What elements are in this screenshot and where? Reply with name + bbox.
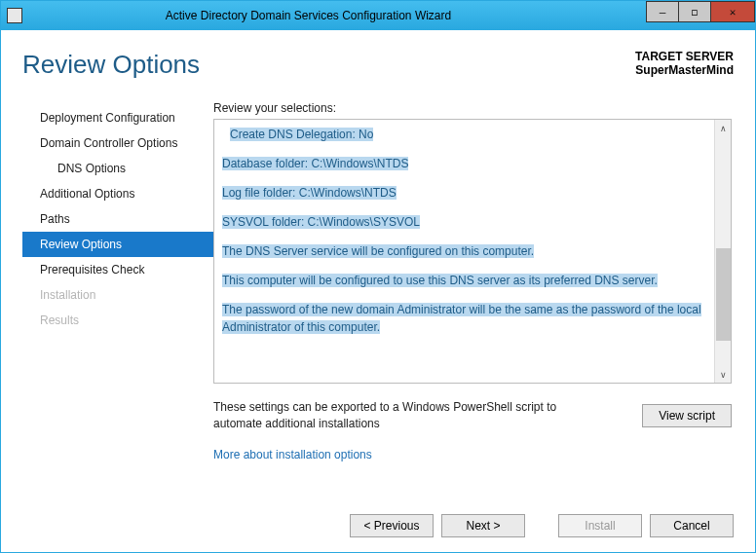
window-title: Active Directory Domain Services Configu… — [28, 9, 647, 22]
sidebar-item-dns-options[interactable]: DNS Options — [22, 156, 213, 181]
review-line: The password of the new domain Administr… — [222, 303, 701, 334]
export-row: These settings can be exported to a Wind… — [213, 399, 732, 432]
previous-button[interactable]: < Previous — [350, 514, 434, 537]
header-row: Review Options TARGET SERVER SuperMaster… — [22, 50, 734, 80]
window-controls: — ◻ ✕ — [647, 1, 755, 30]
sidebar: Deployment Configuration Domain Controll… — [22, 101, 213, 499]
review-line: Create DNS Delegation: No — [230, 128, 373, 141]
review-line: Log file folder: C:\Windows\NTDS — [222, 186, 397, 200]
scroll-down-icon[interactable]: ∨ — [715, 366, 731, 383]
close-button[interactable]: ✕ — [710, 1, 755, 22]
sidebar-item-installation: Installation — [22, 282, 213, 308]
review-line: The DNS Server service will be configure… — [222, 244, 534, 258]
review-selections-label: Review your selections: — [213, 101, 732, 115]
review-line: SYSVOL folder: C:\Windows\SYSVOL — [222, 215, 420, 229]
body-area: Review Options TARGET SERVER SuperMaster… — [1, 30, 755, 499]
more-about-link[interactable]: More about installation options — [213, 448, 732, 461]
footer: < Previous Next > Install Cancel — [1, 499, 755, 552]
sidebar-item-deployment-configuration[interactable]: Deployment Configuration — [22, 105, 213, 130]
view-script-button[interactable]: View script — [642, 404, 732, 427]
target-server-label: TARGET SERVER — [635, 50, 734, 63]
sidebar-item-domain-controller-options[interactable]: Domain Controller Options — [22, 130, 213, 156]
export-text: These settings can be exported to a Wind… — [213, 399, 584, 432]
cancel-button[interactable]: Cancel — [650, 514, 734, 537]
review-line: This computer will be configured to use … — [222, 274, 658, 287]
sidebar-item-paths[interactable]: Paths — [22, 206, 213, 232]
target-server-name: SuperMasterMind — [635, 63, 734, 77]
scroll-up-icon[interactable]: ∧ — [715, 120, 731, 136]
next-button[interactable]: Next > — [441, 514, 525, 537]
app-icon — [7, 8, 22, 23]
sidebar-item-additional-options[interactable]: Additional Options — [22, 181, 213, 206]
target-server-box: TARGET SERVER SuperMasterMind — [635, 50, 734, 77]
sidebar-item-review-options[interactable]: Review Options — [22, 232, 213, 257]
sidebar-item-prerequisites-check[interactable]: Prerequisites Check — [22, 257, 213, 282]
scroll-thumb[interactable] — [716, 248, 731, 341]
page-title: Review Options — [22, 50, 200, 80]
titlebar: Active Directory Domain Services Configu… — [1, 1, 755, 30]
review-line: Database folder: C:\Windows\NTDS — [222, 157, 408, 170]
review-selections-box[interactable]: Create DNS Delegation: No Database folde… — [213, 119, 732, 384]
review-selections-text[interactable]: Create DNS Delegation: No Database folde… — [214, 120, 714, 383]
maximize-button[interactable]: ◻ — [678, 1, 711, 22]
sidebar-item-results: Results — [22, 308, 213, 333]
main-area: Deployment Configuration Domain Controll… — [22, 101, 734, 499]
minimize-button[interactable]: — — [646, 1, 679, 22]
wizard-window: Active Directory Domain Services Configu… — [0, 0, 756, 553]
content-pane: Review your selections: Create DNS Deleg… — [213, 101, 734, 499]
review-scrollbar[interactable]: ∧ ∨ — [714, 120, 731, 383]
install-button: Install — [558, 514, 642, 537]
